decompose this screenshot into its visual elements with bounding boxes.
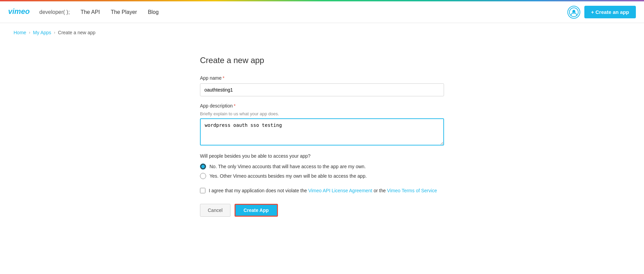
terms-of-service-link[interactable]: Vimeo Terms of Service bbox=[387, 188, 437, 193]
developer-label: developer( ); bbox=[39, 9, 70, 15]
app-description-textarea[interactable]: wordpress oauth sso testing bbox=[200, 118, 444, 145]
app-name-group: App name* bbox=[200, 75, 444, 96]
terms-label-middle: or the bbox=[372, 188, 387, 193]
radio-no-label: No. The only Vimeo accounts that will ha… bbox=[209, 164, 366, 169]
svg-text:vimeo: vimeo bbox=[8, 7, 30, 16]
svg-point-2 bbox=[572, 10, 575, 13]
nav-the-api[interactable]: The API bbox=[81, 9, 100, 15]
header-right: + Create an app bbox=[567, 6, 636, 19]
breadcrumb-home[interactable]: Home bbox=[14, 30, 26, 35]
breadcrumb-my-apps[interactable]: My Apps bbox=[33, 30, 51, 35]
svg-point-4 bbox=[575, 12, 576, 12]
app-desc-required: * bbox=[234, 103, 236, 109]
terms-checkbox-group: I agree that my application does not vio… bbox=[200, 187, 444, 194]
radio-no-input[interactable] bbox=[200, 163, 206, 170]
terms-label: I agree that my application does not vio… bbox=[209, 187, 437, 194]
cancel-button[interactable]: Cancel bbox=[200, 204, 230, 217]
user-avatar[interactable] bbox=[567, 6, 580, 19]
main-nav: The API The Player Blog bbox=[81, 9, 159, 15]
app-description-label: App description* bbox=[200, 103, 444, 109]
logo-area: vimeo developer( ); bbox=[8, 6, 70, 18]
app-name-input[interactable] bbox=[200, 83, 444, 96]
access-question-label: Will people besides you be able to acces… bbox=[200, 153, 444, 159]
page-title: Create a new app bbox=[200, 56, 444, 65]
vimeo-logo: vimeo bbox=[8, 6, 35, 18]
radio-group: No. The only Vimeo accounts that will ha… bbox=[200, 163, 444, 179]
terms-checkbox[interactable] bbox=[200, 188, 205, 193]
radio-yes-label: Yes. Other Vimeo accounts besides my own… bbox=[209, 173, 367, 179]
breadcrumb: Home › My Apps › Create a new app bbox=[0, 23, 644, 42]
breadcrumb-current: Create a new app bbox=[58, 30, 96, 35]
create-app-button[interactable]: + Create an app bbox=[584, 6, 636, 18]
create-app-form: App name* App description* Briefly expla… bbox=[200, 75, 444, 217]
license-agreement-link[interactable]: Vimeo API License Agreement bbox=[308, 188, 372, 193]
breadcrumb-sep-2: › bbox=[54, 30, 55, 35]
terms-label-prefix: I agree that my application does not vio… bbox=[209, 188, 308, 193]
header: vimeo developer( ); The API The Player B… bbox=[0, 1, 644, 23]
create-app-submit-button[interactable]: Create App bbox=[235, 204, 278, 217]
app-name-required: * bbox=[223, 75, 224, 81]
nav-blog[interactable]: Blog bbox=[148, 9, 159, 15]
app-name-label: App name* bbox=[200, 75, 444, 81]
svg-point-3 bbox=[572, 12, 573, 12]
breadcrumb-sep-1: › bbox=[29, 30, 30, 35]
app-description-hint: Briefly explain to us what your app does… bbox=[200, 111, 444, 116]
main-content: Create a new app App name* App descripti… bbox=[186, 49, 458, 223]
radio-no-item[interactable]: No. The only Vimeo accounts that will ha… bbox=[200, 163, 444, 170]
app-description-group: App description* Briefly explain to us w… bbox=[200, 103, 444, 146]
form-buttons: Cancel Create App bbox=[200, 204, 444, 217]
nav-the-player[interactable]: The Player bbox=[111, 9, 137, 15]
radio-yes-item[interactable]: Yes. Other Vimeo accounts besides my own… bbox=[200, 173, 444, 179]
radio-yes-input[interactable] bbox=[200, 173, 206, 179]
access-question-group: Will people besides you be able to acces… bbox=[200, 153, 444, 179]
